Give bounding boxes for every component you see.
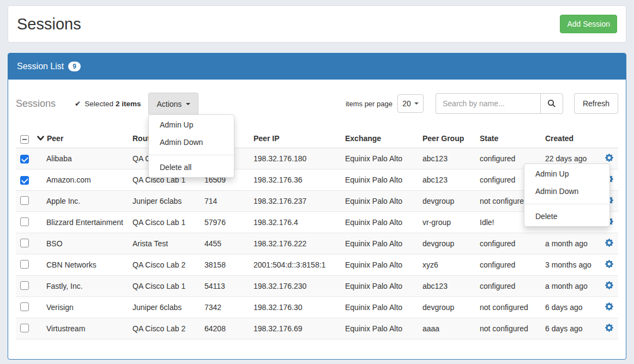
cell-peer: Alibaba bbox=[35, 154, 132, 163]
select-all-checkbox[interactable] bbox=[20, 135, 29, 144]
cell-created: a month ago bbox=[545, 239, 605, 248]
column-header-exchange[interactable]: Exchange bbox=[345, 134, 422, 143]
column-header-peer-ip[interactable]: Peer IP bbox=[253, 134, 345, 143]
cell-state: not configured bbox=[480, 324, 545, 333]
check-icon bbox=[75, 99, 84, 108]
cell-router: QA Cisco Lab 1 bbox=[132, 218, 204, 227]
caret-down-icon bbox=[186, 103, 190, 105]
sort-desc-chevron-icon bbox=[37, 136, 44, 141]
cell-peer: Verisign bbox=[35, 303, 132, 312]
cell-exchange: Equinix Palo Alto bbox=[345, 282, 422, 290]
cell-peer-group: devgroup bbox=[422, 197, 480, 205]
selected-count: 2 items bbox=[116, 100, 141, 108]
panel-header: Session List 9 bbox=[8, 53, 626, 80]
cell-router: Juniper 6clabs bbox=[132, 303, 204, 312]
refresh-button[interactable]: Refresh bbox=[574, 93, 618, 114]
row-checkbox[interactable] bbox=[20, 260, 29, 269]
panel-title: Session List bbox=[17, 62, 64, 71]
menu-divider bbox=[524, 204, 609, 204]
cell-created: 22 days ago bbox=[545, 154, 605, 163]
menu-item-delete[interactable]: Delete bbox=[524, 209, 609, 223]
cell-state: configured bbox=[480, 239, 545, 248]
gear-icon bbox=[605, 154, 613, 162]
column-label: Peer Group bbox=[422, 134, 464, 143]
cell-router: Arista Test bbox=[132, 239, 204, 248]
actions-dropdown-menu: Admin UpAdmin DownDelete all bbox=[148, 114, 234, 178]
caret-down-icon bbox=[414, 102, 419, 105]
cell-exchange: Equinix Palo Alto bbox=[345, 324, 422, 333]
row-settings-gear-button[interactable] bbox=[605, 260, 614, 269]
column-header-state[interactable]: State bbox=[480, 134, 545, 143]
cell-peer: Apple Inc. bbox=[35, 197, 132, 205]
toolbar: Sessions Selected 2 items Actions items … bbox=[16, 93, 618, 114]
row-checkbox[interactable] bbox=[20, 281, 29, 290]
column-header-created[interactable]: Created bbox=[545, 134, 605, 143]
cell-peer: Blizzard Entertainment bbox=[35, 218, 132, 227]
column-label: State bbox=[480, 134, 498, 143]
row-settings-gear-button[interactable] bbox=[605, 302, 614, 311]
row-checkbox[interactable] bbox=[20, 217, 29, 226]
menu-item-admin-up[interactable]: Admin Up bbox=[524, 167, 609, 181]
menu-item-admin-up[interactable]: Admin Up bbox=[149, 118, 234, 132]
cell-state: configured bbox=[480, 282, 545, 290]
row-checkbox[interactable] bbox=[20, 324, 29, 332]
row-settings-gear-button[interactable] bbox=[605, 154, 614, 162]
cell-exchange: Equinix Palo Alto bbox=[345, 154, 422, 163]
actions-dropdown-button[interactable]: Actions bbox=[148, 93, 198, 114]
menu-item-admin-down[interactable]: Admin Down bbox=[149, 135, 234, 149]
add-session-button[interactable]: Add Session bbox=[560, 15, 617, 33]
menu-item-delete-all[interactable]: Delete all bbox=[149, 160, 234, 174]
cell-peer-ip: 198.32.176.230 bbox=[253, 282, 345, 290]
table-row: CBN NetworksQA Cisco Lab 2381582001:504:… bbox=[16, 254, 618, 276]
menu-divider bbox=[149, 155, 234, 155]
column-header-peer[interactable]: Peer bbox=[35, 134, 132, 143]
row-checkbox[interactable] bbox=[20, 239, 29, 247]
cell-peer-group: abc123 bbox=[422, 175, 480, 184]
row-checkbox[interactable] bbox=[20, 196, 29, 205]
search-button[interactable] bbox=[540, 93, 563, 114]
toolbar-right: items per page 20 Refresh bbox=[346, 93, 618, 114]
cell-created: a month ago bbox=[545, 282, 605, 290]
cell-peer-group: vr-group bbox=[422, 218, 480, 227]
cell-peer: BSO bbox=[35, 239, 132, 248]
items-per-page-select[interactable]: 20 bbox=[397, 94, 424, 113]
cell-peer-ip: 198.32.176.180 bbox=[253, 154, 345, 163]
cell-peer-ip: 198.32.176.30 bbox=[253, 303, 345, 312]
search-group bbox=[436, 93, 563, 114]
gear-icon bbox=[605, 324, 613, 332]
cell-exchange: Equinix Palo Alto bbox=[345, 260, 422, 269]
cell-peer-group: devgroup bbox=[422, 239, 480, 248]
page-header: Sessions Add Session bbox=[8, 5, 626, 43]
search-icon bbox=[547, 99, 556, 108]
row-settings-gear-button[interactable] bbox=[605, 239, 614, 247]
cell-peer: Virtustream bbox=[35, 324, 132, 333]
cell-peer-ip: 198.32.176.69 bbox=[253, 324, 345, 333]
row-checkbox[interactable] bbox=[20, 176, 29, 185]
cell-peer-group: abc123 bbox=[422, 154, 480, 163]
cell-router: QA Cisco Lab 2 bbox=[132, 324, 204, 333]
table-header-row: PeerRouterASNPeer IPExchangePeer GroupSt… bbox=[16, 129, 618, 148]
count-badge: 9 bbox=[68, 62, 81, 71]
cell-state: not configured bbox=[480, 303, 545, 312]
cell-state: configured bbox=[480, 260, 545, 269]
cell-peer-ip: 2001:504:d::3:8158:1 bbox=[253, 260, 345, 269]
cell-peer-group: aaaa bbox=[422, 324, 480, 333]
column-label: Peer IP bbox=[253, 134, 279, 143]
cell-router: Juniper 6clabs bbox=[132, 197, 204, 205]
column-header-peer-group[interactable]: Peer Group bbox=[422, 134, 480, 143]
row-checkbox[interactable] bbox=[20, 302, 29, 311]
row-checkbox[interactable] bbox=[20, 155, 29, 163]
cell-peer: CBN Networks bbox=[35, 260, 132, 269]
gear-icon bbox=[605, 281, 613, 289]
menu-item-admin-down[interactable]: Admin Down bbox=[524, 184, 609, 198]
cell-created: 3 months ago bbox=[545, 260, 605, 269]
cell-router: QA Cisco Lab 1 bbox=[132, 282, 204, 290]
cell-router: QA Cisco Lab 2 bbox=[132, 260, 204, 269]
gear-icon bbox=[605, 260, 613, 268]
row-settings-gear-button[interactable] bbox=[605, 324, 614, 332]
search-input[interactable] bbox=[436, 93, 540, 114]
row-settings-gear-button[interactable] bbox=[605, 281, 614, 290]
toolbar-title: Sessions bbox=[16, 98, 56, 110]
app: Sessions Add Session Session List 9 Sess… bbox=[0, 0, 634, 364]
cell-asn: 64208 bbox=[204, 324, 253, 333]
